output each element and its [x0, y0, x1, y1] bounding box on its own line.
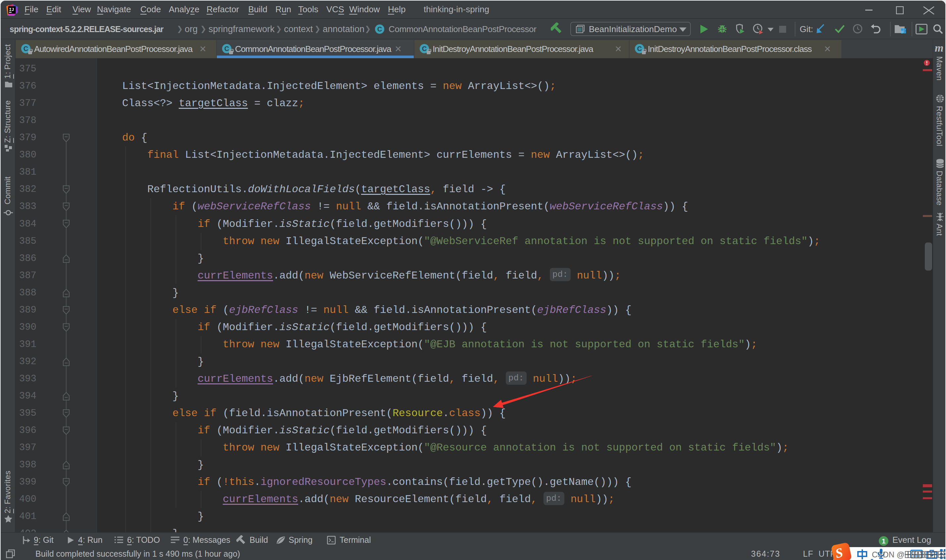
svg-text:IJ: IJ	[9, 7, 14, 12]
